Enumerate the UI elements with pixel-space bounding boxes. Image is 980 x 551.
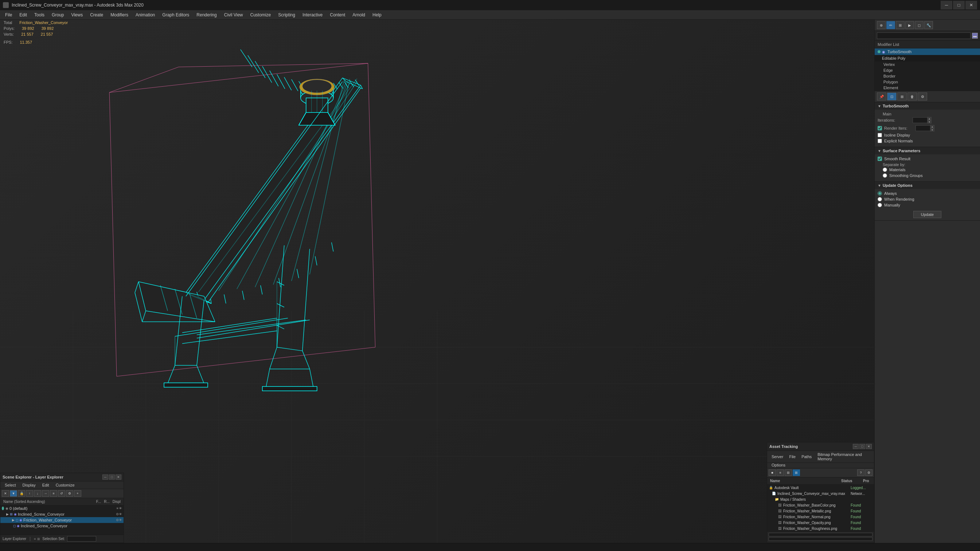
menu-item-arnold[interactable]: Arnold [349, 11, 369, 19]
at-menu-paths[interactable]: Paths [799, 454, 815, 460]
object-name-input[interactable]: Friction_Washer_Conveyor [877, 32, 970, 39]
at-menu-server[interactable]: Server [768, 454, 786, 460]
menu-item-scripting[interactable]: Scripting [274, 11, 299, 19]
menu-item-views[interactable]: Views [67, 11, 86, 19]
update-options-header[interactable]: ▼ Update Options [875, 182, 980, 189]
at-item-basecolor[interactable]: 🖼 Friction_Washer_BaseColor.png Found [767, 502, 874, 508]
isoline-display-checkbox[interactable] [878, 133, 882, 137]
se-minimize-btn[interactable]: ─ [102, 475, 108, 480]
menu-item-rendering[interactable]: Rendering [193, 11, 220, 19]
se-layer-inclined-obj[interactable]: ◻ ◉ Inclined_Screw_Conveyor [0, 523, 124, 529]
at-item-maps[interactable]: 📁 Maps / Shaders [767, 496, 874, 502]
manually-radio[interactable] [878, 203, 882, 207]
close-button[interactable]: ✕ [966, 1, 977, 10]
menu-item-civil-view[interactable]: Civil View [221, 11, 247, 19]
se-menu-edit[interactable]: Edit [39, 482, 52, 488]
show-end-result-btn[interactable]: ⊡ [887, 92, 897, 100]
se-layer-friction-washer[interactable]: ▶ ◻ ◉ Friction_Washer_Conveyor ⚙ 👁 [0, 517, 124, 523]
se-window-controls[interactable]: ─ □ ✕ [102, 475, 121, 480]
se-menu-select[interactable]: Select [2, 482, 19, 488]
se-settings-btn[interactable]: ⚙ [66, 490, 73, 497]
surface-params-section-header[interactable]: ▼ Surface Parameters [875, 147, 980, 154]
always-radio[interactable] [878, 191, 882, 195]
at-btn-settings[interactable]: ⚙ [865, 469, 872, 476]
remove-modifier-btn[interactable]: 🗑 [907, 92, 917, 100]
object-color-btn[interactable]: ▬ [972, 33, 978, 39]
at-item-metallic[interactable]: 🖼 Friction_Washer_Metallic.png Found [767, 508, 874, 514]
create-tab-btn[interactable]: ⊕ [877, 21, 886, 29]
materials-radio[interactable] [883, 168, 887, 172]
at-item-max-file[interactable]: 📄 Inclined_Screw_Conveyor_max_vray.max N… [767, 491, 874, 496]
at-item-vault[interactable]: 🔒 Autodesk Vault Logged... [767, 485, 874, 491]
menu-item-help[interactable]: Help [369, 11, 385, 19]
at-item-normal[interactable]: 🖼 Friction_Washer_Normal.png Found [767, 514, 874, 520]
at-btn-4[interactable]: ⊠ [793, 469, 800, 476]
smoothing-groups-radio[interactable] [883, 173, 887, 178]
menu-item-customize[interactable]: Customize [247, 11, 275, 19]
minimize-button[interactable]: ─ [941, 1, 952, 10]
menu-item-graph-editors[interactable]: Graph Editors [159, 11, 193, 19]
menu-item-create[interactable]: Create [86, 11, 107, 19]
modifier-sub-element[interactable]: Element [875, 85, 980, 91]
hierarchy-tab-btn[interactable]: ⊞ [896, 21, 905, 29]
iterations-input[interactable]: 0 [913, 117, 927, 123]
update-button[interactable]: Update [913, 211, 941, 218]
at-menu-options[interactable]: Options [768, 462, 788, 468]
at-item-roughness[interactable]: 🖼 Friction_Washer_Roughness.png Found [767, 526, 874, 531]
render-iters-checkbox[interactable] [878, 126, 882, 130]
se-down-btn[interactable]: ↓ [34, 490, 41, 497]
menu-item-content[interactable]: Content [326, 11, 349, 19]
se-up-btn[interactable]: ↑ [26, 490, 33, 497]
iterations-up-btn[interactable]: ▲ [927, 117, 932, 120]
se-refresh-btn[interactable]: ↺ [58, 490, 65, 497]
render-iters-down-btn[interactable]: ▼ [930, 128, 934, 132]
explicit-normals-checkbox[interactable] [878, 139, 882, 143]
menu-item-edit[interactable]: Edit [16, 11, 30, 19]
se-lock-btn[interactable]: 🔒 [18, 490, 25, 497]
smooth-result-checkbox[interactable] [878, 157, 882, 161]
se-delete-btn[interactable]: ✕ [2, 490, 9, 497]
at-btn-1[interactable]: ■ [768, 469, 776, 476]
when-rendering-radio[interactable] [878, 197, 882, 202]
configure-modifier-sets-btn[interactable]: ⚙ [918, 92, 927, 100]
selection-set-input[interactable] [67, 536, 96, 541]
se-move-btn[interactable]: → [42, 490, 49, 497]
se-menu-display[interactable]: Display [20, 482, 39, 488]
at-restore-btn[interactable]: □ [859, 444, 865, 449]
se-restore-btn[interactable]: □ [109, 475, 115, 480]
at-minimize-btn[interactable]: ─ [853, 444, 859, 449]
at-item-opacity[interactable]: 🖼 Friction_Washer_Opacity.png Found [767, 520, 874, 526]
at-close-btn[interactable]: ✕ [866, 444, 872, 449]
at-window-controls[interactable]: ─ □ ✕ [853, 444, 872, 449]
motion-tab-btn[interactable]: ▶ [905, 21, 914, 29]
menu-item-group[interactable]: Group [48, 11, 67, 19]
at-btn-2[interactable]: ≡ [776, 469, 784, 476]
window-controls[interactable]: ─ □ ✕ [941, 1, 977, 10]
modify-tab-btn[interactable]: ✏ [886, 21, 895, 29]
modifier-editablepoly[interactable]: Editable Poly [875, 55, 980, 62]
se-expand-btn[interactable]: + [74, 490, 81, 497]
modifier-sub-edge[interactable]: Edge [875, 67, 980, 73]
render-iters-up-btn[interactable]: ▲ [930, 125, 934, 128]
at-menu-file[interactable]: File [786, 454, 799, 460]
viewport-3d[interactable]: [+] [Perspective] [User Defined] [Edged … [0, 20, 874, 551]
modifier-turbosmooth[interactable]: ◉ TurboSmooth [875, 48, 980, 55]
display-tab-btn[interactable]: ◻ [915, 21, 924, 29]
modifier-sub-vertex[interactable]: Vertex [875, 62, 980, 67]
se-layers-btn[interactable]: ≡ [50, 490, 57, 497]
turbosmooth-section-header[interactable]: ▼ TurboSmooth [875, 102, 980, 110]
make-unique-btn[interactable]: ⊞ [897, 92, 907, 100]
iterations-down-btn[interactable]: ▼ [927, 120, 932, 124]
se-close-btn[interactable]: ✕ [116, 475, 121, 480]
at-btn-3[interactable]: ⊞ [785, 469, 792, 476]
utility-tab-btn[interactable]: 🔧 [924, 21, 933, 29]
at-btn-help[interactable]: ? [857, 469, 864, 476]
modifier-sub-border[interactable]: Border [875, 73, 980, 79]
modifier-sub-polygon[interactable]: Polygon [875, 79, 980, 85]
menu-item-interactive[interactable]: Interactive [299, 11, 326, 19]
menu-item-tools[interactable]: Tools [30, 11, 48, 19]
menu-item-modifiers[interactable]: Modifiers [107, 11, 132, 19]
menu-item-animation[interactable]: Animation [132, 11, 159, 19]
maximize-button[interactable]: □ [953, 1, 965, 10]
render-iters-spinner[interactable]: 2 ▲ ▼ [915, 125, 934, 132]
